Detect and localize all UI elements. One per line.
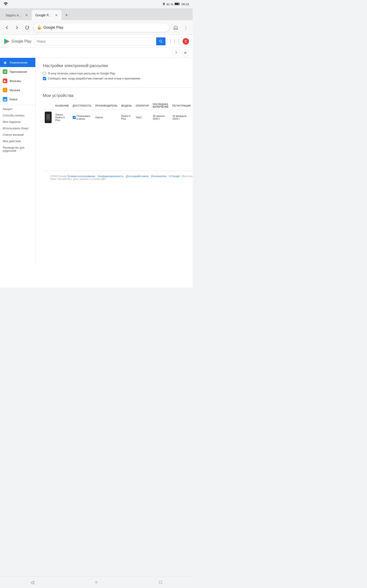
books-icon: ▬ [3,97,7,102]
main-layout: ▦ Развлечения ⊞ Приложения ▶ Фильмы ♪ Му… [0,58,193,265]
music-icon: ♪ [3,88,7,92]
sidebar-item-books[interactable]: ▬ Книги [0,95,35,104]
sidebar-item-movies[interactable]: ▶ Фильмы [0,76,35,86]
browser-menu-button[interactable]: ⋮ [182,23,190,32]
device-thumbnail [45,112,52,123]
tab-1-label: Задать в... [6,13,21,17]
table-row: Xiaomi Redmi 5 Plus Показывать в меню Xi… [43,110,193,125]
email-checkbox-2-label: Сообщать мне, когда разработчик отвечает… [48,77,140,80]
battery-icon [175,2,180,6]
sidebar-item-entertainment[interactable]: ▦ Развлечения [0,58,35,67]
device-thumbnail-cell [43,110,53,125]
address-bar[interactable]: 🔒 Google Play [33,23,170,32]
email-settings: Настройки электронной рассылки Я хочу по… [43,63,193,80]
col-actions [192,102,193,110]
content: Настройки электронной рассылки Я хочу по… [35,58,193,265]
lock-icon: 🔒 [37,25,42,30]
device-name: Xiaomi Redmi 5 Plus [53,110,71,125]
home-button[interactable] [172,23,180,32]
tab-2-close[interactable]: ✕ [55,13,58,17]
device-model: Redmi 5 Plus [119,110,134,125]
apps-icon: ⊞ [3,69,7,74]
wifi-icon [4,2,8,6]
col-model: МОДЕЛЬ [119,102,134,110]
gplay-logo: Google Play [4,38,31,44]
footer-link-performers[interactable]: Исполнители [151,175,166,178]
sidebar-item-books-label: Книги [10,98,17,101]
help-button[interactable]: ? [173,49,180,57]
sidebar-link-wishlist[interactable]: Список желаний [0,132,35,138]
svg-point-13 [48,120,49,121]
sidebar-link-payment[interactable]: Способы оплаты [0,112,35,119]
availability-label: Показывать в меню [77,115,92,120]
device-last-on: 30 апреля 2020 г. [151,110,171,125]
sidebar-link-subscriptions[interactable]: Мои подписки [0,119,35,125]
footer-copyright: ©2020 Google [50,175,67,178]
svg-point-9 [159,40,161,42]
sidebar-link-activity[interactable]: Мои действия [0,138,35,145]
email-settings-title: Настройки электронной рассылки [43,63,193,68]
devices-section: Мои устройства НАЗВАНИЕ ДОСТУПНОСТЬ ПРОИ… [43,93,193,125]
email-checkbox-1-row: Я хочу получать новостную рассылку из Go… [43,72,193,75]
gplay-logo-text: Google Play [11,39,31,43]
new-tab-button[interactable]: + [61,10,72,20]
user-avatar[interactable]: С [183,38,189,44]
tab-2-label: Google P... [35,13,51,17]
sidebar: ▦ Развлечения ⊞ Приложения ▶ Фильмы ♪ Му… [0,58,35,265]
battery-level: 81 % [167,2,173,6]
search-button[interactable] [156,37,165,45]
sidebar-link-bonus[interactable]: Использовать бонус [0,125,35,132]
sidebar-item-music-label: Музыка [10,88,20,92]
sidebar-item-music[interactable]: ♪ Музыка [0,86,35,95]
tab-1[interactable]: Задать в... ✕ [2,10,32,20]
devices-section-title: Мои устройства [43,93,193,98]
settings-button[interactable]: ⚙ [182,49,189,57]
gplay-secondary-header: ? ⚙ [0,48,193,58]
col-availability: ДОСТУПНОСТЬ [71,102,93,110]
device-operator: Tele2 [134,110,151,125]
footer-link-about[interactable]: О Google [169,175,180,178]
sidebar-divider [0,105,35,105]
footer: ©2020 Google Условия использования Конфи… [43,171,193,184]
reload-button[interactable] [23,23,31,32]
col-thumbnail [43,102,53,110]
tab-2[interactable]: Google P... ✕ [32,10,61,20]
sidebar-link-parental[interactable]: Руководство для родителей [0,145,35,154]
browser-bar: 🔒 Google Play ⋮ [0,20,193,35]
search-input[interactable] [34,40,156,43]
apps-grid-icon[interactable]: ⋮⋮⋮ [168,39,181,44]
availability-checkbox-row: Показывать в меню [73,115,92,120]
footer-link-privacy[interactable]: Конфиденциальность [98,175,123,178]
status-bar: 81 % 08:33 [0,0,193,8]
col-registered: РЕГИСТРАЦИЯ [171,102,192,110]
sidebar-item-apps[interactable]: ⊞ Приложения [0,67,35,76]
back-button[interactable] [3,23,11,32]
footer-link-terms[interactable]: Условия использования [67,175,95,178]
email-checkbox-2[interactable] [43,77,46,80]
movies-icon: ▶ [3,78,7,83]
email-checkbox-1[interactable] [43,72,46,75]
svg-line-10 [161,42,162,43]
device-rename-cell: Переименовать [192,110,193,125]
devices-table-header: НАЗВАНИЕ ДОСТУПНОСТЬ ПРОИЗВОДИТЕЛЬ МОДЕЛ… [43,102,193,110]
clock: 08:33 [181,2,189,6]
gplay-page: Google Play ⋮⋮⋮ С ? ⚙ ▦ Развлечения ⊞ Пр… [0,35,193,288]
email-checkbox-1-label: Я хочу получать новостную рассылку из Go… [48,72,115,75]
footer-link-devs[interactable]: Для разработчиков [126,175,148,178]
sidebar-link-account[interactable]: Аккаунт [0,106,35,112]
section-divider [43,87,193,88]
bluetooth-icon [162,2,165,6]
device-registered: 26 февраля 2019 г. [171,110,192,125]
col-operator: ОПЕРАТОР [134,102,151,110]
svg-rect-12 [47,114,50,120]
svg-rect-2 [179,3,180,4]
svg-point-0 [6,5,6,6]
devices-table: НАЗВАНИЕ ДОСТУПНОСТЬ ПРОИЗВОДИТЕЛЬ МОДЕЛ… [43,102,193,125]
tab-1-close[interactable]: ✕ [25,13,28,17]
availability-checkbox[interactable] [73,116,76,119]
col-name: НАЗВАНИЕ [53,102,71,110]
sidebar-item-entertainment-label: Развлечения [10,61,27,64]
forward-button[interactable] [13,23,21,32]
header-icons: ⋮⋮⋮ С [168,38,189,44]
search-bar[interactable] [34,37,166,45]
